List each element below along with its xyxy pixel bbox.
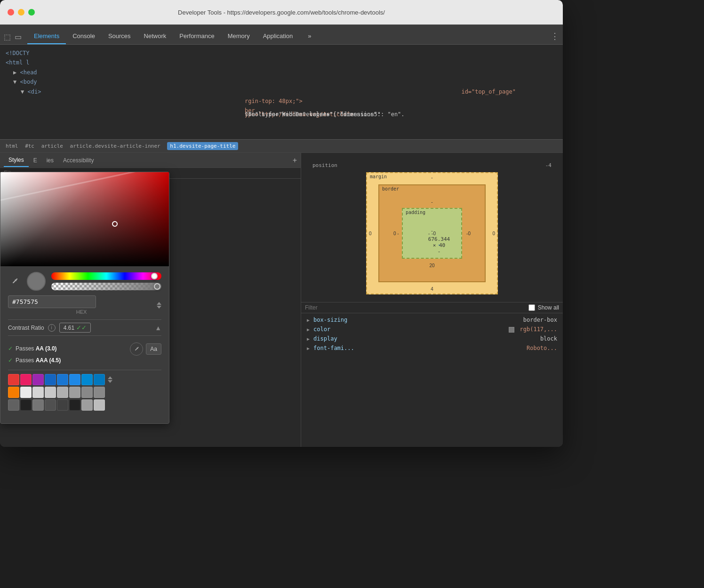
tab-sources[interactable]: Sources [102,30,137,44]
pass-aaa-label: Passes AAA (4.5) [16,356,61,366]
hex-input[interactable] [8,295,96,308]
tab-network[interactable]: Network [137,30,173,44]
palette-swatch-purple[interactable] [32,374,44,385]
computed-prop-color[interactable]: ▶ color rgb(117,... [301,325,563,334]
palette-swatch-teal[interactable] [94,374,105,385]
palette-swatch-lightgray1[interactable] [20,387,32,398]
alpha-slider[interactable] [51,283,161,290]
color-palette [8,370,161,418]
palette-swatch-lightgray3[interactable] [45,387,56,398]
devtools-panel: ⬚ ▭ Elements Console Sources Network Per… [0,24,563,447]
margin-bottom-val: 4 [431,286,433,292]
tab-event-listeners[interactable]: E [29,154,42,167]
palette-swatch-darkgray3[interactable] [32,399,44,411]
palette-swatch-medgray4[interactable] [94,387,105,398]
computed-filter-input[interactable] [305,304,525,311]
tab-styles[interactable]: Styles [4,154,29,167]
contrast-value-box: 4.61 ✓✓ [59,323,91,333]
tab-bar: ⬚ ▭ Elements Console Sources Network Per… [0,25,563,45]
palette-swatch-medgray3[interactable] [81,387,93,398]
margin-label: margin [370,174,387,179]
contrast-eyedropper-button[interactable] [130,342,143,356]
minimize-button[interactable] [18,9,24,16]
tab-performance[interactable]: Performance [173,30,221,44]
breadcrumb-html[interactable]: html [6,143,18,149]
contrast-expand-button[interactable]: ▲ [155,324,161,332]
hex-up-arrow[interactable] [157,302,161,305]
computed-color-swatch [509,327,514,333]
inspect-icon[interactable]: ⬚ [4,32,11,41]
palette-row-1 [8,374,161,385]
margin-right-val: 0 [492,231,495,236]
margin-top-val: - [431,175,432,180]
styles-panel: Styles E ies Accessibility + element. [0,153,301,447]
palette-swatch-pink[interactable] [20,374,32,385]
eyedropper-button[interactable] [8,275,21,288]
color-gradient[interactable] [0,172,169,266]
dom-line-5: ▼ <diid="top_of_page"> [6,87,557,96]
tab-application[interactable]: Application [256,30,300,44]
computed-filter-bar: Show all [301,302,563,313]
hex-label: HEX [8,309,153,315]
show-all-checkbox[interactable] [528,304,535,311]
palette-swatch-darkgray2[interactable] [20,399,32,411]
contrast-info-icon[interactable]: i [48,324,56,332]
tab-memory[interactable]: Memory [221,30,256,44]
computed-area: Show all ▶ box-sizing border-box ▶ color [301,302,563,447]
palette-swatch-light-blue[interactable] [69,374,80,385]
lower-area: Styles E ies Accessibility + element. [0,153,563,447]
palette-swatch-blue[interactable] [57,374,68,385]
bm-content-text: 676.344 × 40 - [428,236,450,254]
bm-content: 676.344 × 40 - [439,245,440,246]
padding-right-val: -0 [432,231,436,236]
palette-swatch-red[interactable] [8,374,19,385]
breadcrumb-article-inner[interactable]: article.devsite-article-inner [70,143,160,149]
tab-accessibility[interactable]: Accessibility [58,154,98,167]
picker-cursor [112,221,118,227]
palette-row-2 [8,387,161,398]
devtools-menu-button[interactable]: ⋮ [551,31,559,44]
palette-swatch-gray1[interactable] [81,399,93,411]
hex-down-arrow[interactable] [157,306,161,309]
close-button[interactable] [8,9,14,16]
add-style-button[interactable]: + [293,156,297,165]
pass-aaa-item: ✓ Passes AAA (4.5) [8,356,161,366]
computed-prop-display[interactable]: ▶ display block [301,334,563,343]
contrast-preview-button[interactable]: Aa [146,343,161,355]
more-tabs-button[interactable]: » [301,30,318,44]
dom-line-2: <html l [6,58,557,67]
computed-prop-box-sizing[interactable]: ▶ box-sizing border-box [301,315,563,325]
palette-swatch-medgray1[interactable] [57,387,68,398]
palette-up-arrow[interactable] [108,376,112,379]
breadcrumb-tc[interactable]: #tc [25,143,34,149]
computed-prop-font-family[interactable]: ▶ font-fami... Roboto... [301,343,563,353]
palette-swatch-gray2[interactable] [94,399,105,411]
hue-thumb [151,273,158,279]
tab-elements[interactable]: Elements [27,30,66,44]
position-label: position [312,162,337,168]
tab-console[interactable]: Console [66,30,102,44]
bm-padding: padding - - - -0 676.344 × 40 [402,208,462,259]
palette-swatch-dark-blue[interactable] [45,374,56,385]
computed-props: ▶ box-sizing border-box ▶ color rgb(117,… [301,313,563,447]
contrast-value: 4.61 [64,325,74,331]
palette-swatch-darkgray4[interactable] [45,399,56,411]
palette-swatch-lightgray2[interactable] [32,387,44,398]
tab-properties[interactable]: ies [42,154,58,167]
palette-swatch-cyan[interactable] [81,374,93,385]
breadcrumb-h1[interactable]: h1.devsite-page-title [167,142,238,150]
palette-swatch-darkgray1[interactable] [8,399,19,411]
hue-slider[interactable] [51,272,161,280]
dom-line-3: ▶ <head [6,68,557,77]
device-icon[interactable]: ▭ [15,32,22,41]
palette-swatch-orange[interactable] [8,387,19,398]
fullscreen-button[interactable] [28,9,35,16]
palette-down-arrow[interactable] [108,380,112,383]
bm-border: border - 20 0 - -0 padding - - [378,184,486,282]
palette-swatch-darkgray5[interactable] [57,399,68,411]
palette-swatch-black[interactable] [69,399,80,411]
palette-swatch-medgray2[interactable] [69,387,80,398]
breadcrumb-article[interactable]: article [41,143,63,149]
right-panel: position -4 margin - 4 0 0 [301,153,563,447]
margin-left-val: 0 [369,231,372,236]
